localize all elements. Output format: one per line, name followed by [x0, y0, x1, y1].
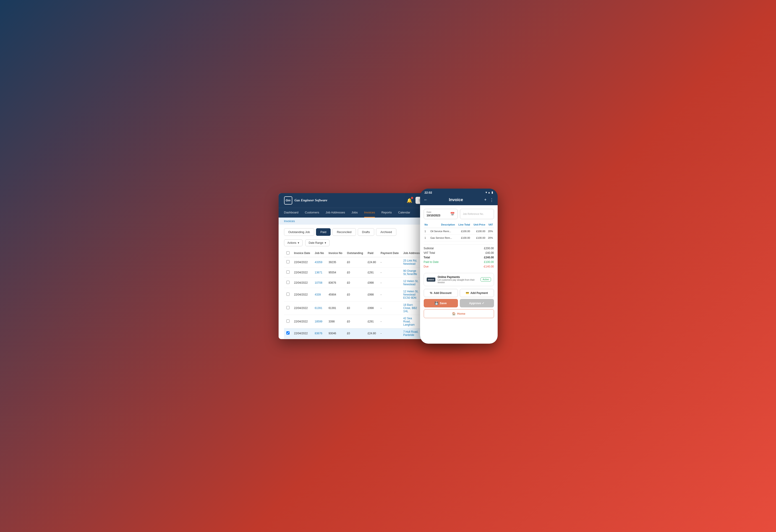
- op-title: Online Payments: [438, 275, 478, 279]
- op-logo: trezco: [427, 278, 435, 282]
- chevron-down-icon: ▾: [325, 241, 326, 244]
- cell-paid: £24.80: [365, 257, 378, 267]
- tab-reconciled[interactable]: Reconciled: [333, 228, 356, 236]
- row-checkbox[interactable]: [286, 331, 289, 334]
- paid-line: Paid to Date £100.00: [424, 260, 494, 264]
- subtotal-line: Subtotal £200.00: [424, 246, 494, 251]
- cell-job-no[interactable]: 10708: [312, 278, 326, 288]
- cell-vat: 20%: [486, 228, 494, 234]
- total-line: Total £240.00: [424, 255, 494, 260]
- phone-status-bar: 22:02 ▾ ▲ ▮: [420, 189, 498, 196]
- col-paid: Paid: [365, 249, 378, 257]
- col-job-no: Job No: [312, 249, 326, 257]
- cell-unit-price: £100.00: [471, 234, 486, 241]
- cell-outstanding: £0: [345, 301, 366, 315]
- cell-paid: £998: [365, 301, 378, 315]
- date-range-button[interactable]: Date Range ▾: [305, 239, 330, 246]
- row-checkbox[interactable]: [286, 306, 289, 309]
- date-value: 10/10/2023: [427, 214, 440, 217]
- save-button[interactable]: 💾 Save: [424, 299, 458, 307]
- more-icon[interactable]: ⋮: [490, 198, 494, 203]
- actions-button[interactable]: Actions ▾: [284, 239, 303, 246]
- nav-calendar[interactable]: Calendar: [398, 208, 410, 218]
- nav-jobs[interactable]: Jobs: [351, 208, 358, 218]
- col-description: Description: [429, 222, 456, 228]
- tab-paid[interactable]: Paid: [316, 228, 331, 236]
- cell-address[interactable]: 73 Temple Way, Winton: [401, 338, 422, 339]
- cell-job-no[interactable]: 83676: [312, 328, 326, 338]
- nav-job-addresses[interactable]: Job Addresses: [326, 208, 345, 218]
- tab-drafts[interactable]: Drafts: [358, 228, 374, 236]
- discount-icon: %: [430, 291, 432, 295]
- cell-address[interactable]: 25 Link Rd, Newstead: [401, 257, 422, 267]
- tab-archived[interactable]: Archived: [376, 228, 396, 236]
- col-invoice-date: Invoice Date: [292, 249, 313, 257]
- cell-address[interactable]: 12 Helen St, Newstead EC50 9DN: [401, 288, 422, 301]
- cell-outstanding: £0: [345, 278, 366, 288]
- row-checkbox[interactable]: [286, 260, 289, 263]
- job-ref-field[interactable]: Job Reference No.: [460, 209, 494, 219]
- phone-header-icons: + ⋮: [484, 198, 494, 203]
- cell-job-no[interactable]: 61391: [312, 301, 326, 315]
- cell-address[interactable]: 12 Helen St, Newstead: [401, 278, 422, 288]
- cell-job-no[interactable]: 20796: [312, 338, 326, 339]
- logo-icon: Gm: [284, 196, 292, 205]
- cell-address[interactable]: 90 Orange St,Teneriffe: [401, 267, 422, 278]
- cell-paid: £24.80: [365, 328, 378, 338]
- cell-outstanding: £0: [345, 338, 366, 339]
- home-button[interactable]: 🏠 Home: [424, 309, 494, 318]
- active-badge: Active: [480, 277, 491, 282]
- row-checkbox[interactable]: [286, 281, 289, 284]
- tab-outstanding-job[interactable]: Outstanding Job: [284, 228, 315, 236]
- notification-bell[interactable]: 🔔: [407, 198, 412, 203]
- cell-job-no[interactable]: 4339: [312, 288, 326, 301]
- cell-line-total: £100.00: [456, 228, 471, 234]
- add-icon[interactable]: +: [484, 198, 487, 203]
- mobile-invoice-table: No Description Line Total Unit Price VAT…: [424, 222, 494, 241]
- approve-button[interactable]: Approve ✓: [460, 299, 494, 307]
- cell-date: 22/04/2022: [292, 278, 313, 288]
- row-checkbox[interactable]: [286, 319, 289, 323]
- cell-job-no[interactable]: 43359: [312, 257, 326, 267]
- select-all-checkbox[interactable]: [286, 251, 289, 254]
- cell-date: 22/04/2022: [292, 301, 313, 315]
- vat-line: VAT Total £40.00: [424, 251, 494, 255]
- totals-section: Subtotal £200.00 VAT Total £40.00 Total …: [424, 244, 494, 270]
- row-checkbox[interactable]: [286, 270, 289, 274]
- nav-reports[interactable]: Reports: [381, 208, 392, 218]
- cell-address[interactable]: 18 Barn Close, BB2 1HL: [401, 301, 422, 315]
- col-line-total: Line Total: [456, 222, 471, 228]
- cell-date: 22/04/2022: [292, 267, 313, 278]
- cell-job-no[interactable]: 13671: [312, 267, 326, 278]
- cell-outstanding: £0: [345, 288, 366, 301]
- chevron-down-icon: ▾: [298, 241, 299, 244]
- date-field[interactable]: Date 10/10/2023 📅: [424, 209, 458, 219]
- cell-payment-date: -: [378, 267, 401, 278]
- phone-content: Date 10/10/2023 📅 Job Reference No. No D…: [420, 205, 498, 344]
- cell-date: 22/04/2022: [292, 257, 313, 267]
- back-icon[interactable]: ←: [424, 198, 428, 202]
- cell-paid: £291: [365, 267, 378, 278]
- op-text: Online Payments Let customers pay straig…: [438, 275, 478, 284]
- add-discount-button[interactable]: % Add Discount: [424, 289, 458, 297]
- cell-invoice-no: 3398: [326, 315, 345, 328]
- add-payment-button[interactable]: 💳 Add Payment: [460, 289, 494, 297]
- cell-no: 1: [424, 234, 429, 241]
- cell-date: 22/04/2022: [292, 288, 313, 301]
- cell-invoice-no: 39235: [326, 257, 345, 267]
- save-icon: 💾: [435, 301, 438, 305]
- row-checkbox[interactable]: [286, 293, 289, 296]
- nav-dashboard[interactable]: Dashboard: [284, 208, 299, 218]
- notification-badge: [411, 197, 413, 199]
- phone-header: ← Invoice + ⋮: [420, 196, 498, 205]
- cell-address[interactable]: 7 Hull Road, Panbride: [401, 328, 422, 338]
- cell-address[interactable]: 42 Sea Road, Langham: [401, 315, 422, 328]
- logo-area: Gm Gas Engineer Software: [284, 196, 328, 205]
- nav-customers[interactable]: Customers: [305, 208, 319, 218]
- date-jobref-row: Date 10/10/2023 📅 Job Reference No.: [424, 209, 494, 219]
- phone-title: Invoice: [449, 198, 463, 202]
- cell-line-total: £100.00: [456, 234, 471, 241]
- cell-payment-date: -: [378, 288, 401, 301]
- nav-invoices[interactable]: Invoices: [364, 208, 375, 218]
- cell-job-no[interactable]: 18599: [312, 315, 326, 328]
